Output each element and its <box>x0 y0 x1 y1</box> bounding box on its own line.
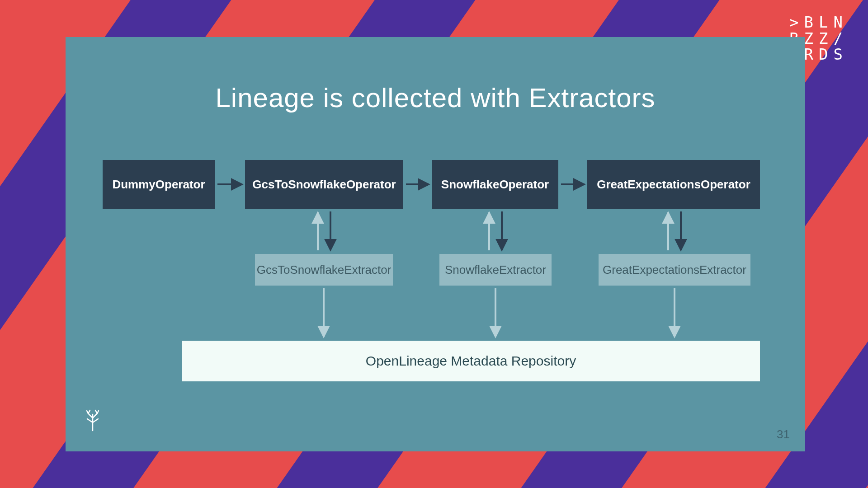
extractor-box-gcs-to-snowflake: GcsToSnowflakeExtractor <box>255 254 393 286</box>
slide-title: Lineage is collected with Extractors <box>66 82 805 113</box>
slide: Lineage is collected with Extractors Dum… <box>66 37 805 451</box>
operator-box-snowflake: SnowflakeOperator <box>432 160 558 209</box>
extractor-box-snowflake: SnowflakeExtractor <box>439 254 552 286</box>
repository-box: OpenLineage Metadata Repository <box>182 341 760 381</box>
operator-box-dummy: DummyOperator <box>103 160 215 209</box>
operator-box-great-expectations: GreatExpectationsOperator <box>587 160 760 209</box>
svg-line-16 <box>93 419 98 422</box>
tree-icon <box>85 409 101 433</box>
svg-line-18 <box>88 410 90 413</box>
svg-line-14 <box>93 413 97 418</box>
operator-box-gcs-to-snowflake: GcsToSnowflakeOperator <box>245 160 403 209</box>
svg-line-15 <box>87 419 93 422</box>
svg-line-13 <box>88 413 93 418</box>
svg-line-20 <box>97 411 99 413</box>
page-number: 31 <box>777 427 790 441</box>
extractor-box-great-expectations: GreatExpectationsExtractor <box>599 254 750 286</box>
